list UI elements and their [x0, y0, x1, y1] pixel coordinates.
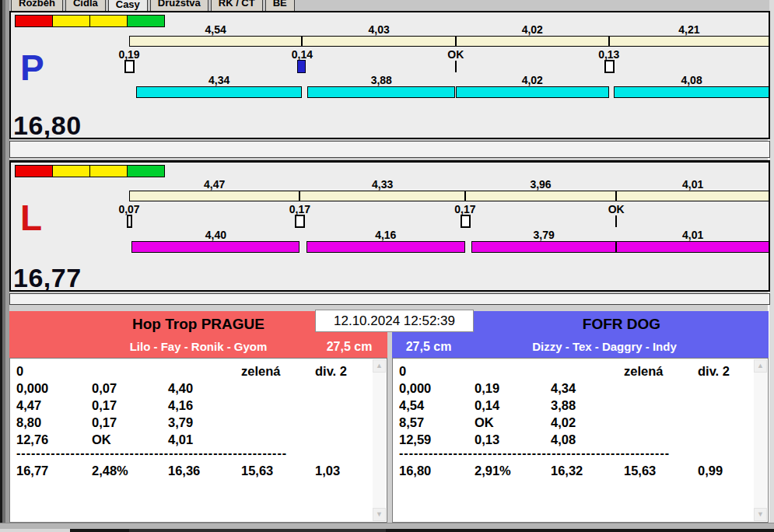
header-cell: 0 — [399, 362, 475, 380]
team-results-table[interactable]: 0zelenádiv. 20,0000,194,344,540,143,888,… — [392, 358, 769, 523]
split-time-label: 4,21 — [609, 23, 769, 36]
cell: 12,76 — [16, 431, 92, 448]
cell — [624, 414, 698, 431]
taskbar-edge — [0, 529, 774, 532]
cell: 0,19 — [475, 380, 551, 397]
leg-time-bar — [136, 86, 302, 98]
total-cell: 16,36 — [168, 462, 241, 479]
split-divider — [301, 36, 303, 47]
timestamp-box: 12.10.2024 12:52:39 — [315, 310, 474, 332]
tab-družstva[interactable]: Družstva — [150, 0, 208, 11]
cell: 0,17 — [92, 397, 168, 414]
header-cell: 0 — [16, 362, 92, 380]
leg-time-label: 3,88 — [307, 74, 455, 86]
split-time-bar — [129, 191, 769, 201]
table-header-row: 0zelenádiv. 2 — [399, 362, 751, 380]
total-cell: 15,63 — [624, 462, 698, 479]
header-cell: div. 2 — [315, 362, 369, 380]
table-row: 0,0000,194,34 — [399, 380, 751, 397]
table-row: 12,590,134,08 — [399, 431, 751, 448]
scroll-down-icon[interactable]: ▼ — [754, 508, 767, 521]
split-time-label: 4,03 — [302, 23, 455, 36]
tab-čidla[interactable]: Čidla — [65, 0, 106, 11]
table-row: 8,57OK4,02 — [399, 414, 751, 431]
header-cell — [475, 362, 551, 380]
leg-time-label: 4,40 — [131, 229, 299, 241]
total-cell: 16,32 — [551, 462, 624, 479]
leg-time-bar — [307, 86, 455, 98]
cell — [698, 414, 751, 431]
cell — [315, 431, 369, 448]
cell: 4,16 — [168, 397, 241, 414]
team-panel-left: Hop Trop PRAGUE Lilo - Fay - Ronik - Gyo… — [9, 311, 387, 523]
tab-časy[interactable]: Časy — [108, 0, 148, 11]
split-time-label: 4,02 — [456, 23, 609, 36]
cell: 0,07 — [92, 380, 168, 397]
leg-time-label: 3,79 — [471, 229, 616, 241]
total-cell: 16,80 — [399, 462, 475, 479]
status-light — [52, 15, 90, 27]
header-cell: zelená — [624, 362, 698, 380]
header-cell — [168, 362, 241, 380]
scroll-down-icon[interactable]: ▼ — [373, 508, 386, 521]
jump-height: 27,5 cm — [397, 336, 461, 358]
tab-rozběh[interactable]: Rozběh — [11, 0, 63, 11]
tab-bě[interactable]: BĚ — [265, 0, 295, 11]
header-cell: zelená — [241, 362, 315, 380]
split-time-bar — [129, 36, 769, 47]
status-light — [127, 165, 165, 177]
leg-time-bar — [456, 86, 609, 98]
cell: 4,02 — [551, 414, 624, 431]
lane-letter-p: P — [20, 50, 44, 86]
cell: OK — [92, 431, 168, 448]
status-light — [89, 15, 128, 27]
scroll-up-icon[interactable]: ▲ — [373, 359, 386, 373]
cell — [241, 397, 315, 414]
changeover-label: OK — [429, 48, 483, 61]
tab-rk-čt[interactable]: RK / ČT — [211, 0, 263, 11]
status-light — [15, 15, 53, 27]
changeover-marker-box — [124, 60, 135, 73]
vertical-scrollbar[interactable]: ▲ ▼ — [373, 359, 386, 521]
status-light — [52, 165, 90, 177]
cell: 4,40 — [168, 380, 241, 397]
cell: 0,13 — [475, 431, 551, 448]
vertical-scrollbar[interactable]: ▲ ▼ — [754, 359, 767, 521]
run-chart-p: 4,540,194,344,030,143,884,02OK4,024,210,… — [129, 23, 769, 124]
taskbar-segment — [0, 529, 70, 532]
cell — [624, 431, 698, 448]
cell: 8,80 — [16, 414, 92, 431]
cell: 3,79 — [168, 414, 241, 431]
split-time-label: 4,01 — [616, 178, 769, 191]
leg-time-bar — [471, 241, 616, 253]
leg-time-bar — [616, 241, 769, 253]
changeover-marker-box-filled — [297, 60, 306, 73]
cell — [698, 431, 751, 448]
split-time-label: 3,96 — [465, 178, 616, 191]
changeover-label: 0,17 — [438, 203, 492, 215]
header-cell: div. 2 — [698, 362, 751, 380]
cell — [624, 397, 698, 414]
lane-total-time-l: 16,77 — [13, 263, 82, 293]
cell — [241, 414, 315, 431]
table-row: 4,540,143,88 — [399, 397, 751, 414]
spacer-strip — [9, 293, 770, 305]
header-cell — [551, 362, 624, 380]
team-panel-right: FOFR DOG Dizzy - Tex - Daggry - Indy 27,… — [392, 311, 769, 523]
changeover-marker-tick — [615, 215, 617, 227]
table-row: 0,0000,074,40 — [16, 380, 369, 397]
leg-time-bar — [306, 241, 465, 253]
team-results-table[interactable]: 0zelenádiv. 20,0000,074,404,470,174,168,… — [9, 358, 387, 523]
cell — [624, 380, 698, 397]
status-light — [15, 165, 53, 177]
status-light — [89, 165, 128, 177]
split-divider — [608, 36, 610, 47]
changeover-label: 0,14 — [275, 48, 329, 61]
left-splitter[interactable] — [0, 0, 9, 532]
scroll-up-icon[interactable]: ▲ — [754, 359, 767, 373]
dog-names: Dizzy - Tex - Daggry - Indy — [440, 336, 769, 358]
changeover-label: 0,17 — [272, 203, 327, 215]
total-cell: 2,91% — [475, 462, 551, 479]
table-row: 12,76OK4,01 — [16, 431, 369, 448]
leg-time-label: 4,34 — [136, 74, 302, 86]
